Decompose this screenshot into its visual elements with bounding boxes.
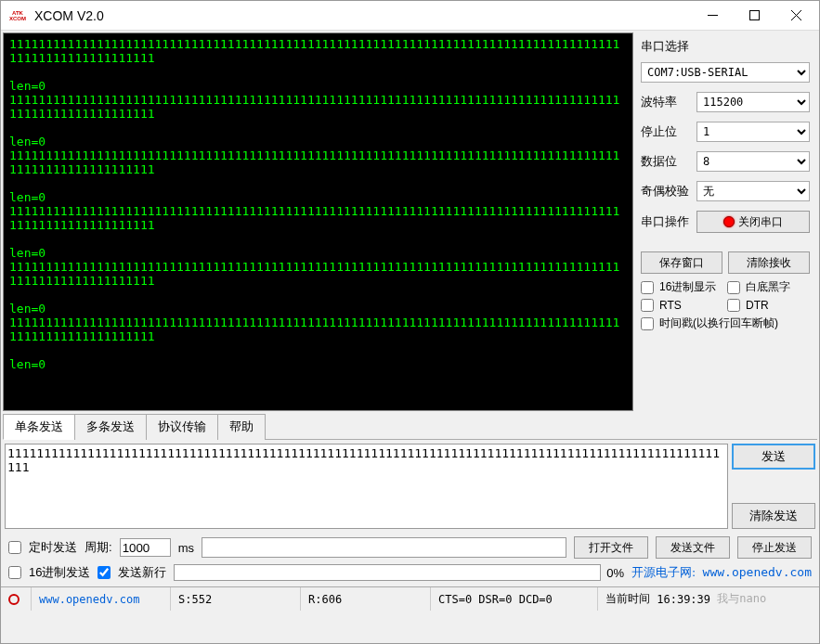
progress-bar: [174, 564, 601, 581]
hex-send-checkbox[interactable]: [8, 566, 21, 579]
dtr-label: DTR: [746, 299, 810, 312]
record-icon: [723, 216, 735, 227]
period-unit: ms: [178, 541, 194, 555]
terminal-output[interactable]: 1111111111111111111111111111111111111111…: [3, 32, 633, 411]
period-label: 周期:: [85, 539, 112, 556]
status-record-icon: [8, 594, 20, 605]
svg-rect-1: [750, 11, 760, 20]
watermark: 我与nano: [717, 591, 766, 607]
port-select[interactable]: COM7:USB-SERIAL: [641, 62, 810, 83]
status-time-value: 16:39:39: [657, 593, 710, 606]
stop-send-button[interactable]: 停止发送: [737, 536, 812, 559]
hex-display-label: 16进制显示: [659, 279, 723, 295]
progress-text: 0%: [606, 566, 624, 580]
minimize-button[interactable]: [692, 2, 734, 30]
timestamp-checkbox[interactable]: [641, 317, 654, 330]
parity-label: 奇偶校验: [641, 183, 696, 200]
tab-help[interactable]: 帮助: [217, 414, 266, 440]
hex-send-label: 16进制发送: [29, 564, 90, 581]
databit-label: 数据位: [641, 153, 696, 170]
status-signals: CTS=0 DSR=0 DCD=0: [431, 587, 598, 611]
status-sent: S:552: [171, 587, 301, 611]
white-bg-label: 白底黑字: [746, 279, 810, 295]
clear-send-button[interactable]: 清除发送: [732, 503, 815, 529]
website-link[interactable]: 开源电子网: www.openedv.com: [631, 564, 812, 581]
white-bg-checkbox[interactable]: [727, 281, 740, 294]
send-newline-label: 发送新行: [118, 564, 166, 581]
databit-select[interactable]: 8: [696, 151, 810, 172]
statusbar: www.openedv.com S:552 R:606 CTS=0 DSR=0 …: [1, 586, 819, 611]
tab-multi-send[interactable]: 多条发送: [74, 414, 147, 440]
baud-select[interactable]: 115200: [696, 92, 810, 112]
close-button[interactable]: [775, 2, 817, 30]
close-port-button[interactable]: 关闭串口: [696, 211, 810, 233]
open-file-button[interactable]: 打开文件: [574, 536, 648, 559]
stopbit-select[interactable]: 1: [696, 122, 810, 142]
maximize-button[interactable]: [734, 2, 775, 30]
period-input[interactable]: [120, 538, 171, 557]
parity-select[interactable]: 无: [696, 181, 810, 201]
hex-display-checkbox[interactable]: [641, 281, 654, 294]
status-time-label: 当前时间: [605, 591, 650, 607]
send-newline-checkbox[interactable]: [98, 566, 111, 579]
rts-label: RTS: [659, 299, 723, 312]
save-window-button[interactable]: 保存窗口: [641, 251, 722, 274]
status-url[interactable]: www.openedv.com: [32, 587, 171, 611]
port-op-label: 串口操作: [641, 213, 696, 230]
titlebar: ATK XCOM XCOM V2.0: [1, 1, 819, 31]
stopbit-label: 停止位: [641, 123, 696, 140]
serial-settings-panel: 串口选择 COM7:USB-SERIAL 波特率115200 停止位1 数据位8…: [635, 31, 819, 413]
timed-send-label: 定时发送: [29, 539, 77, 556]
tab-protocol[interactable]: 协议传输: [146, 414, 218, 440]
app-logo: ATK XCOM: [7, 6, 29, 25]
status-received: R:606: [301, 587, 431, 611]
clear-receive-button[interactable]: 清除接收: [728, 251, 810, 274]
timestamp-label: 时间戳(以换行回车断帧): [659, 316, 810, 331]
dtr-checkbox[interactable]: [727, 299, 740, 312]
window-title: XCOM V2.0: [34, 8, 692, 23]
tab-single-send[interactable]: 单条发送: [3, 414, 75, 440]
send-file-button[interactable]: 发送文件: [656, 536, 730, 559]
port-section-label: 串口选择: [641, 38, 810, 55]
timed-send-checkbox[interactable]: [8, 541, 21, 554]
baud-label: 波特率: [641, 94, 696, 110]
send-textarea[interactable]: [5, 444, 728, 529]
rts-checkbox[interactable]: [641, 299, 654, 312]
file-path-input[interactable]: [202, 537, 566, 558]
send-button[interactable]: 发送: [732, 444, 815, 470]
send-tabs: 单条发送 多条发送 协议传输 帮助: [3, 413, 817, 440]
